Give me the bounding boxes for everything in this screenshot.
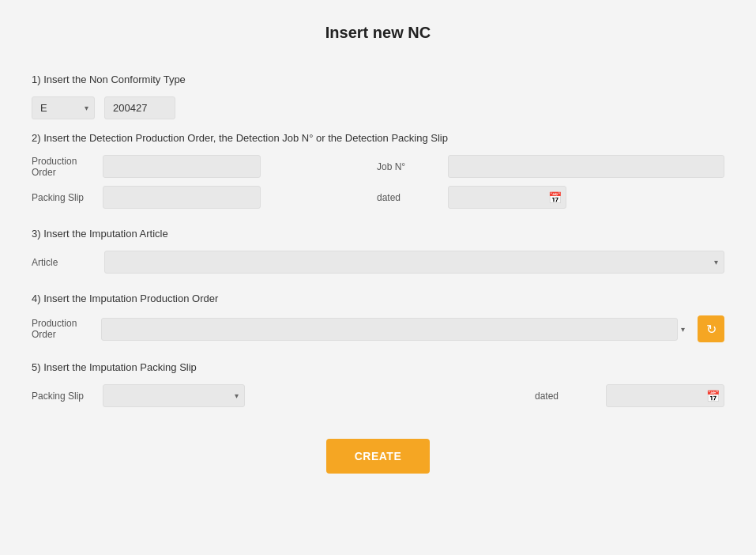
imputation-prod-order-chevron-icon: ▾ xyxy=(681,325,685,334)
article-label: Article xyxy=(32,257,95,268)
packing-slip-row: Packing Slip xyxy=(32,186,261,209)
article-row: Article ▾ xyxy=(32,251,724,274)
detection-job-n-input[interactable] xyxy=(448,155,724,178)
packing-slip-label: Packing Slip xyxy=(32,192,95,203)
section-2-label: 2) Insert the Detection Production Order… xyxy=(32,132,724,144)
imputation-prod-order-select-wrapper: ▾ xyxy=(101,318,691,341)
detection-date-wrapper: 📅 xyxy=(448,186,566,209)
job-n-row: Job N° xyxy=(377,155,724,178)
refresh-icon: ↻ xyxy=(706,322,717,337)
imputation-prod-order-row: ProductionOrder ▾ ↻ xyxy=(32,315,724,342)
detection-packing-slip-input[interactable] xyxy=(103,186,261,209)
imputation-packing-slip-label: Packing Slip xyxy=(32,391,95,402)
create-button-row: CREATE xyxy=(32,439,724,474)
dated-row: dated 📅 xyxy=(377,186,724,209)
imputation-packing-slip-row: Packing Slip ▾ xyxy=(32,384,245,407)
nc-number-input[interactable] xyxy=(104,96,175,119)
job-n-label: Job N° xyxy=(377,161,440,172)
section-5-label: 5) Insert the Imputation Packing Slip xyxy=(32,361,724,373)
imputation-date-input[interactable] xyxy=(606,384,724,407)
imputation-date-wrapper: 📅 xyxy=(606,384,724,407)
article-select[interactable] xyxy=(104,251,724,274)
section-1-label: 1) Insert the Non Conformity Type xyxy=(32,74,724,85)
section-4-label: 4) Insert the Imputation Production Orde… xyxy=(32,293,724,304)
article-select-wrapper: ▾ xyxy=(104,251,724,274)
nc-type-select-wrapper: E I S ▾ xyxy=(32,96,95,119)
detection-date-input[interactable] xyxy=(448,186,566,209)
prod-order-row: ProductionOrder xyxy=(32,155,261,178)
imputation-packing-slip-select[interactable] xyxy=(103,384,245,407)
create-button[interactable]: CREATE xyxy=(326,439,431,474)
dated-label: dated xyxy=(377,192,440,203)
imputation-dated-row: dated 📅 xyxy=(535,384,724,407)
refresh-button[interactable]: ↻ xyxy=(698,315,724,342)
page-title: Insert new NC xyxy=(32,24,724,42)
imputation-prod-order-select[interactable] xyxy=(101,318,678,341)
section-3-label: 3) Insert the Imputation Article xyxy=(32,228,724,240)
prod-order-label: ProductionOrder xyxy=(32,156,95,178)
detection-prod-order-input[interactable] xyxy=(103,155,261,178)
nc-type-select[interactable]: E I S xyxy=(32,96,95,119)
imputation-packing-slip-select-wrapper: ▾ xyxy=(103,384,245,407)
imputation-prod-order-label: ProductionOrder xyxy=(32,318,95,340)
imputation-dated-label: dated xyxy=(535,391,598,402)
